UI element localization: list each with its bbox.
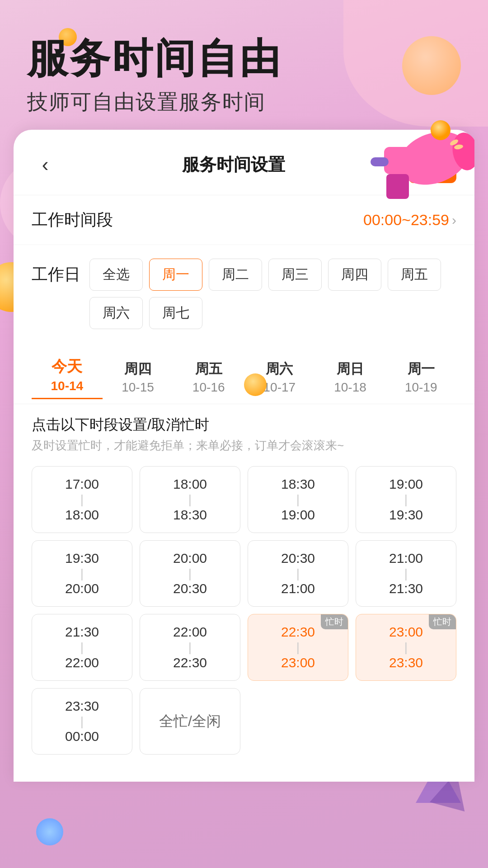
time-slot-s2[interactable]: 18:00 | 18:30: [140, 466, 240, 533]
day-btn-all[interactable]: 全选: [89, 259, 143, 291]
megaphone-illustration: [357, 99, 474, 217]
workday-section: 工作日 全选 周一 周二 周三 周四 周五 周六 周七: [14, 245, 474, 338]
main-card: ‹ 服务时间设置 保 工作时间段 00:00~23:59 › 工作日 全选 周一…: [14, 130, 474, 782]
time-slot-s4[interactable]: 19:00 | 19:30: [356, 466, 456, 533]
time-slot-s7[interactable]: 20:30 | 21:00: [248, 540, 348, 607]
tab-sat-name: 周六: [266, 360, 293, 378]
svg-rect-2: [386, 174, 409, 199]
tab-today-name: 今天: [52, 356, 82, 377]
tab-today-num: 10-14: [51, 379, 84, 393]
day-btn-fri[interactable]: 周五: [388, 259, 441, 291]
tab-sun-name: 周日: [337, 360, 364, 378]
day-buttons-container: 全选 周一 周二 周三 周四 周五 周六 周七: [89, 259, 456, 329]
instruction-main: 点击以下时段设置/取消忙时: [32, 415, 456, 435]
date-tab-sun[interactable]: 周日 10-18: [315, 355, 386, 399]
time-slot-s1[interactable]: 17:00 | 18:00: [32, 466, 132, 533]
work-time-label: 工作时间段: [32, 209, 113, 231]
time-slot-s9[interactable]: 21:30 | 22:00: [32, 614, 132, 681]
time-slot-s8[interactable]: 21:00 | 21:30: [356, 540, 456, 607]
date-tab-mon[interactable]: 周一 10-19: [385, 355, 456, 399]
back-button[interactable]: ‹: [32, 153, 59, 176]
day-btn-thu[interactable]: 周四: [328, 259, 381, 291]
tab-mon-name: 周一: [408, 360, 435, 378]
main-title: 服务时间自由: [27, 36, 461, 81]
date-tab-sat[interactable]: 周六 10-17: [244, 355, 315, 399]
time-slot-s10[interactable]: 22:00 | 22:30: [140, 614, 240, 681]
date-tab-today[interactable]: 今天 10-14: [32, 352, 103, 399]
time-slot-all-toggle[interactable]: 全忙/全闲: [140, 688, 240, 755]
blue-blob: [36, 818, 63, 845]
date-tabs: 今天 10-14 周四 10-15 周五 10-16 周六 10-17 周日 1…: [14, 338, 474, 404]
time-slot-s12[interactable]: 忙时 23:00 | 23:30: [356, 614, 456, 681]
tab-mon-num: 10-19: [405, 380, 437, 395]
time-grid: 17:00 | 18:00 18:00 | 18:30 18:30 | 19:0…: [14, 457, 474, 764]
day-btn-sun[interactable]: 周七: [149, 297, 202, 329]
day-btn-mon1[interactable]: 周一: [149, 259, 202, 291]
time-instruction: 点击以下时段设置/取消忙时 及时设置忙时，才能避免拒单；来单必接，订单才会滚滚来…: [14, 404, 474, 457]
day-btn-wed[interactable]: 周三: [268, 259, 322, 291]
tab-thu-name: 周四: [124, 360, 151, 378]
tab-thu-num: 10-15: [122, 380, 154, 395]
tab-sat-num: 10-17: [263, 380, 296, 395]
day-btn-tue[interactable]: 周二: [209, 259, 262, 291]
tab-sun-num: 10-18: [334, 380, 366, 395]
time-slot-s6[interactable]: 20:00 | 20:30: [140, 540, 240, 607]
workday-row: 工作日 全选 周一 周二 周三 周四 周五 周六 周七: [32, 259, 456, 329]
workday-label: 工作日: [32, 259, 80, 290]
time-slot-s13[interactable]: 23:30 | 00:00: [32, 688, 132, 755]
svg-rect-4: [371, 157, 389, 166]
instruction-sub: 及时设置忙时，才能避免拒单；来单必接，订单才会滚滚来~: [32, 438, 456, 453]
card-title: 服务时间设置: [182, 153, 285, 176]
svg-rect-1: [384, 147, 420, 174]
day-btn-sat[interactable]: 周六: [89, 297, 143, 329]
time-slot-s5[interactable]: 19:30 | 20:00: [32, 540, 132, 607]
svg-point-5: [431, 120, 450, 140]
tab-fri-num: 10-16: [192, 380, 225, 395]
time-slot-s11[interactable]: 忙时 22:30 | 23:00: [248, 614, 348, 681]
time-slot-s3[interactable]: 18:30 | 19:00: [248, 466, 348, 533]
busy-badge-s11: 忙时: [321, 614, 348, 629]
busy-badge-s12: 忙时: [429, 614, 456, 629]
tab-fri-name: 周五: [195, 360, 222, 378]
date-tab-fri[interactable]: 周五 10-16: [173, 355, 244, 399]
date-tab-thu[interactable]: 周四 10-15: [103, 355, 174, 399]
